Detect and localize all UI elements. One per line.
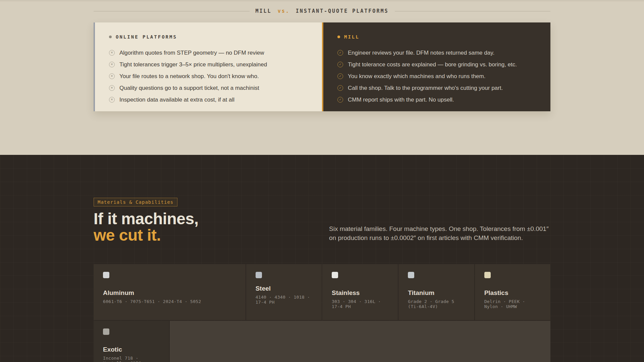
mill-card-label: MILL xyxy=(344,34,360,40)
check-circle-icon: ✓ xyxy=(337,50,343,56)
online-platforms-card-label: ONLINE PLATFORMS xyxy=(116,34,177,40)
online-platforms-list: ✕ Algorithm quotes from STEP geometry — … xyxy=(109,50,308,103)
section-description: Six material families. Four machine type… xyxy=(329,224,550,242)
section-heading: If it machines, we cut it. xyxy=(94,210,199,243)
cross-circle-icon: ✕ xyxy=(109,85,115,91)
material-swatch-icon xyxy=(408,272,414,278)
materials-section: Materials & Capabilities If it machines,… xyxy=(0,155,644,362)
material-name: Stainless xyxy=(332,289,388,297)
list-item: ✕ Algorithm quotes from STEP geometry — … xyxy=(109,50,308,56)
online-platforms-card: ONLINE PLATFORMS ✕ Algorithm quotes from… xyxy=(94,22,322,111)
mill-card: MILL ✓ Engineer reviews your file. DFM n… xyxy=(322,22,550,111)
list-item: ✓ CMM report ships with the part. No ups… xyxy=(337,97,536,103)
material-name: Titanium xyxy=(408,289,465,297)
list-item: ✕ Inspection data available at extra cos… xyxy=(109,97,308,103)
material-card-aluminum: Aluminum 6061-T6 · 7075-T651 · 2024-T4 ·… xyxy=(94,264,246,320)
material-swatch-icon xyxy=(332,272,338,278)
material-card-plastics: Plastics Delrin · PEEK · Nylon · UHMW xyxy=(475,264,550,320)
list-item-text: Inspection data available at extra cost,… xyxy=(119,97,234,103)
vs-title-right: INSTANT-QUOTE PLATFORMS xyxy=(296,8,389,14)
list-item: ✓ Tight tolerance costs are explained — … xyxy=(337,61,536,68)
material-grades: Delrin · PEEK · Nylon · UHMW xyxy=(484,299,541,309)
cross-circle-icon: ✕ xyxy=(109,97,115,103)
section-heading-line2: we cut it. xyxy=(94,227,199,243)
bullet-dot-icon xyxy=(109,36,112,38)
list-item-text: Quality questions go to a support ticket… xyxy=(119,85,259,92)
list-item: ✕ Quality questions go to a support tick… xyxy=(109,85,308,92)
check-circle-icon: ✓ xyxy=(337,85,343,91)
check-circle-icon: ✓ xyxy=(337,97,343,103)
mill-card-title: MILL xyxy=(337,34,536,40)
vs-title-vs: vs. xyxy=(278,8,290,14)
material-card-titanium: Titanium Grade 2 · Grade 5 (Ti-6Al-4V) xyxy=(398,264,474,320)
material-grades: 6061-T6 · 7075-T651 · 2024-T4 · 5052 xyxy=(103,299,236,304)
vs-title: MILL vs. INSTANT-QUOTE PLATFORMS xyxy=(256,8,389,14)
material-name: Aluminum xyxy=(103,289,236,297)
list-item: ✓ Engineer reviews your file. DFM notes … xyxy=(337,50,536,56)
section-heading-line1: If it machines, xyxy=(94,210,199,227)
material-name: Exotic xyxy=(103,346,160,353)
comparison-cards: ONLINE PLATFORMS ✕ Algorithm quotes from… xyxy=(94,22,550,111)
top-divider xyxy=(0,1,644,1)
header-rule-left xyxy=(94,11,250,11)
material-card-exotic: Exotic Inconel 718 · Hastelloy C276 xyxy=(94,321,169,362)
list-item-text: CMM report ships with the part. No upsel… xyxy=(348,97,454,103)
cross-circle-icon: ✕ xyxy=(109,73,115,79)
list-item: ✕ Your file routes to a network shop. Yo… xyxy=(109,73,308,80)
materials-intro: If it machines, we cut it. Six material … xyxy=(94,210,550,243)
materials-grid-filler xyxy=(170,321,550,362)
material-card-stainless: Stainless 303 · 304 · 316L · 17-4 PH xyxy=(322,264,398,320)
list-item-text: You know exactly which machines and who … xyxy=(348,73,485,80)
material-grades: 303 · 304 · 316L · 17-4 PH xyxy=(332,299,388,309)
material-grades: 4140 · 4340 · 1018 · 17-4 PH xyxy=(256,295,312,305)
mill-list: ✓ Engineer reviews your file. DFM notes … xyxy=(337,50,536,103)
list-item-text: Algorithm quotes from STEP geometry — no… xyxy=(119,50,264,56)
list-item-text: Engineer reviews your file. DFM notes re… xyxy=(348,50,494,56)
bullet-dot-icon xyxy=(337,36,340,38)
material-card-steel: Steel 4140 · 4340 · 1018 · 17-4 PH xyxy=(246,264,322,320)
cross-circle-icon: ✕ xyxy=(109,62,115,67)
material-swatch-icon xyxy=(103,272,109,278)
list-item: ✓ You know exactly which machines and wh… xyxy=(337,73,536,80)
check-circle-icon: ✓ xyxy=(337,62,343,67)
material-grades: Inconel 718 · Hastelloy C276 xyxy=(103,356,160,362)
cross-circle-icon: ✕ xyxy=(109,50,115,56)
list-item-text: Tight tolerance costs are explained — bo… xyxy=(348,61,517,68)
comparison-section: MILL vs. INSTANT-QUOTE PLATFORMS ONLINE … xyxy=(0,0,644,155)
list-item: ✕ Tight tolerances trigger 3–5× price mu… xyxy=(109,61,308,68)
list-item-text: Your file routes to a network shop. You … xyxy=(119,73,259,80)
material-name: Steel xyxy=(256,285,312,292)
material-swatch-icon xyxy=(103,328,109,335)
check-circle-icon: ✓ xyxy=(337,73,343,79)
list-item-text: Call the shop. Talk to the programmer wh… xyxy=(348,85,503,92)
vs-header: MILL vs. INSTANT-QUOTE PLATFORMS xyxy=(94,0,550,14)
material-grades: Grade 2 · Grade 5 (Ti-6Al-4V) xyxy=(408,299,465,309)
list-item-text: Tight tolerances trigger 3–5× price mult… xyxy=(119,61,267,68)
material-name: Plastics xyxy=(484,289,541,297)
vs-title-left: MILL xyxy=(256,8,272,14)
header-rule-right xyxy=(395,11,551,11)
online-platforms-card-title: ONLINE PLATFORMS xyxy=(109,34,308,40)
material-swatch-icon xyxy=(256,272,262,278)
section-badge: Materials & Capabilities xyxy=(94,198,177,206)
materials-grid: Aluminum 6061-T6 · 7075-T651 · 2024-T4 ·… xyxy=(94,264,550,362)
page: MILL vs. INSTANT-QUOTE PLATFORMS ONLINE … xyxy=(0,0,644,362)
list-item: ✓ Call the shop. Talk to the programmer … xyxy=(337,85,536,92)
material-swatch-icon xyxy=(484,272,491,278)
